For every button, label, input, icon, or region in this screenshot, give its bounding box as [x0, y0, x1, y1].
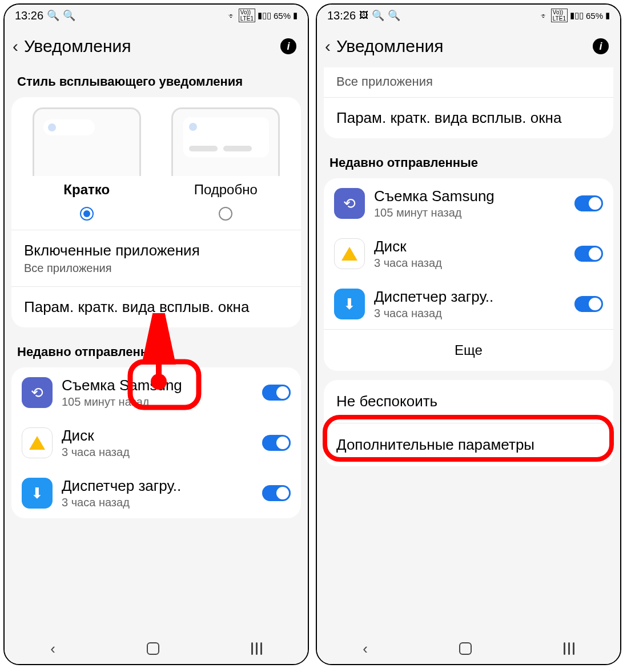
recent-heading: Недавно отправленные [317, 147, 620, 176]
popup-style-card: Кратко Подробно Включенные приложения Вс… [11, 97, 301, 327]
app-icon-drive [22, 427, 53, 458]
all-apps-label: Все приложения [336, 74, 601, 89]
style-label-brief: Кратко [63, 182, 110, 198]
info-icon[interactable]: i [280, 38, 296, 54]
app-name: Диспетчер загру.. [62, 477, 253, 495]
top-card: Все приложения Парам. кратк. вида всплыв… [324, 67, 613, 138]
recent-heading: Недавно отправленные [5, 337, 308, 365]
app-name: Диспетчер загру.. [374, 288, 565, 306]
volte-icon: Vo))LTE1 [239, 9, 255, 22]
app-icon-download: ⬇ [334, 289, 365, 319]
app-time: 105 минут назад [62, 395, 253, 409]
toggle-samsung[interactable] [262, 385, 291, 401]
radio-brief[interactable] [80, 207, 94, 221]
status-time: 13:26 [327, 9, 356, 22]
nav-home-icon[interactable] [459, 642, 472, 655]
app-row-download[interactable]: ⬇ Диспетчер загру.. 3 часа назад [324, 279, 613, 329]
app-row-drive[interactable]: Диск 3 часа назад [11, 418, 301, 468]
more-label: Еще [455, 342, 483, 358]
battery-text: 65% [586, 11, 603, 21]
app-icon-download: ⬇ [22, 478, 53, 509]
app-time: 3 часа назад [374, 257, 565, 270]
included-apps-sub: Все приложения [24, 262, 288, 275]
app-time: 105 минут назад [374, 206, 565, 219]
signal-icon: ▮▯▯ [258, 10, 271, 21]
app-name: Съемка Samsung [374, 187, 565, 205]
nav-recents-icon[interactable] [564, 642, 574, 655]
style-label-detail: Подробно [194, 182, 258, 198]
app-icon-samsung: ⟲ [22, 377, 53, 408]
advanced-label: Дополнительные параметры [336, 436, 534, 453]
page-header: ‹ Уведомления i [317, 26, 620, 66]
battery-icon: ▮ [293, 10, 298, 21]
status-bar: 13:26 🔍 🔍 ᯤ Vo))LTE1 ▮▯▯ 65% ▮ [5, 5, 308, 26]
toggle-drive[interactable] [574, 246, 603, 262]
toggle-samsung[interactable] [574, 195, 603, 211]
included-apps-title: Включенные приложения [24, 242, 288, 259]
phone-screen-left: 13:26 🔍 🔍 ᯤ Vo))LTE1 ▮▯▯ 65% ▮ ‹ Уведомл… [3, 3, 309, 665]
content-area[interactable]: Стиль всплывающего уведомления Кратко По… [5, 66, 308, 633]
battery-text: 65% [274, 11, 291, 21]
volte-icon: Vo))LTE1 [551, 9, 568, 22]
popup-params-row[interactable]: Парам. кратк. вида всплыв. окна [324, 98, 613, 138]
back-button[interactable]: ‹ [325, 37, 331, 56]
battery-icon: ▮ [605, 10, 610, 21]
style-option-detail[interactable]: Подробно [156, 107, 296, 230]
app-name: Съемка Samsung [62, 377, 253, 394]
content-area[interactable]: Все приложения Парам. кратк. вида всплыв… [317, 66, 620, 633]
page-header: ‹ Уведомления i [5, 26, 308, 66]
app-time: 3 часа назад [62, 496, 253, 509]
popup-params-row[interactable]: Парам. кратк. вида всплыв. окна [11, 287, 301, 327]
popup-style-heading: Стиль всплывающего уведомления [5, 66, 308, 95]
status-bar: 13:26 🖼 🔍 🔍 ᯤ Vo))LTE1 ▮▯▯ 65% ▮ [317, 5, 620, 26]
app-icon-samsung: ⟲ [334, 188, 365, 219]
app-row-drive[interactable]: Диск 3 часа назад [324, 229, 613, 279]
more-button[interactable]: Еще [324, 330, 613, 371]
search-icon: 🔍 [372, 9, 384, 22]
toggle-download[interactable] [262, 485, 291, 501]
app-time: 3 часа назад [62, 446, 253, 459]
popup-params-title: Парам. кратк. вида всплыв. окна [336, 109, 601, 127]
phone-screen-right: 13:26 🖼 🔍 🔍 ᯤ Vo))LTE1 ▮▯▯ 65% ▮ ‹ Уведо… [316, 3, 621, 665]
app-row-samsung[interactable]: ⟲ Съемка Samsung 105 минут назад [11, 367, 301, 418]
search-icon: 🔍 [388, 9, 400, 22]
radio-detail[interactable] [219, 207, 232, 221]
search-icon: 🔍 [63, 9, 75, 22]
toggle-drive[interactable] [262, 435, 291, 451]
app-time: 3 часа назад [374, 307, 565, 320]
wifi-icon: ᯤ [540, 11, 549, 21]
nav-bar: ‹ [5, 633, 308, 664]
all-apps-row[interactable]: Все приложения [324, 67, 613, 97]
info-icon[interactable]: i [593, 38, 609, 54]
status-time: 13:26 [15, 9, 43, 22]
app-name: Диск [62, 427, 253, 445]
nav-home-icon[interactable] [147, 642, 159, 655]
signal-icon: ▮▯▯ [570, 10, 584, 21]
advanced-row[interactable]: Дополнительные параметры [324, 423, 613, 466]
app-row-samsung[interactable]: ⟲ Съемка Samsung 105 минут назад [324, 178, 613, 229]
toggle-download[interactable] [574, 296, 603, 312]
preview-brief [33, 107, 141, 176]
page-title: Уведомления [24, 37, 280, 56]
app-row-download[interactable]: ⬇ Диспетчер загру.. 3 часа назад [11, 468, 301, 518]
dnd-row[interactable]: Не беспокоить [324, 380, 613, 423]
settings-card: Не беспокоить Дополнительные параметры [324, 380, 613, 466]
nav-bar: ‹ [317, 633, 620, 664]
style-option-brief[interactable]: Кратко [17, 107, 156, 230]
app-icon-drive [334, 238, 365, 269]
nav-recents-icon[interactable] [251, 642, 262, 655]
search-icon: 🔍 [47, 9, 59, 22]
included-apps-row[interactable]: Включенные приложения Все приложения [11, 230, 301, 286]
nav-back-icon[interactable]: ‹ [363, 640, 368, 658]
wifi-icon: ᯤ [228, 11, 236, 21]
popup-params-title: Парам. кратк. вида всплыв. окна [24, 298, 288, 316]
preview-detail [171, 107, 280, 176]
gallery-icon: 🖼 [359, 10, 368, 21]
back-button[interactable]: ‹ [13, 37, 18, 56]
page-title: Уведомления [336, 37, 593, 56]
recent-apps-card: ⟲ Съемка Samsung 105 минут назад Диск 3 … [11, 367, 301, 518]
recent-apps-card: ⟲ Съемка Samsung 105 минут назад Диск 3 … [324, 178, 613, 371]
nav-back-icon[interactable]: ‹ [50, 640, 55, 658]
app-name: Диск [374, 238, 565, 255]
dnd-label: Не беспокоить [336, 393, 437, 410]
